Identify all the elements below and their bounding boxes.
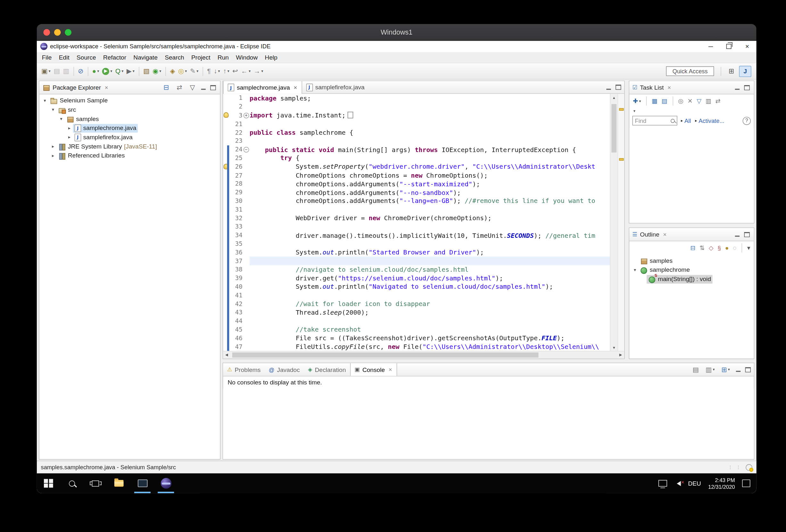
network-icon[interactable] (658, 480, 667, 487)
java-search-button[interactable]: ◎▾ (177, 66, 188, 77)
menu-help[interactable]: Help (261, 54, 281, 61)
save-button[interactable]: ▤ (52, 66, 62, 77)
categorized-presentation-button[interactable]: ▦ (650, 95, 659, 106)
code-line-24[interactable]: 24− public static void main(String[] arg… (223, 145, 610, 154)
view-tab-declaration[interactable]: ◈Declaration (304, 363, 350, 376)
code-line-43[interactable]: 43 Thread.sleep(2000); (223, 308, 610, 317)
scrollbar-thumb[interactable] (611, 104, 617, 152)
toolbar-overflow[interactable]: ▾ (629, 107, 754, 114)
code-line-21[interactable]: 21 (223, 120, 610, 128)
collapse-arrow-icon[interactable]: ▾ (41, 98, 48, 103)
menu-search[interactable]: Search (161, 54, 188, 61)
collapse-arrow-icon[interactable]: ▾ (57, 116, 65, 121)
skip-all-breakpoints-button[interactable]: ⊘ (76, 66, 85, 77)
expand-arrow-icon[interactable]: ▸ (50, 144, 57, 149)
code-line-1[interactable]: 1package samples; (223, 94, 610, 102)
eclipse-taskbar-button[interactable] (154, 474, 178, 493)
code-line-22[interactable]: 22public class samplechrome { (223, 128, 610, 137)
find-input[interactable]: Find (632, 116, 677, 125)
close-tab-icon[interactable]: ✕ (293, 85, 297, 90)
restore-window-button[interactable] (720, 41, 738, 52)
start-button[interactable] (37, 474, 60, 493)
view-tab-console[interactable]: ▣Console✕ (350, 363, 397, 376)
collapse-arrow-icon[interactable]: ▾ (50, 107, 57, 112)
minimize-view-button[interactable] (735, 232, 740, 237)
code-line-31[interactable]: 31 (223, 205, 610, 214)
new-java-project-button[interactable]: ▧ (142, 66, 151, 77)
collapse-arrow-icon[interactable]: ▾ (631, 267, 638, 272)
back-button[interactable]: ←▾ (239, 66, 252, 77)
scheduled-presentation-button[interactable]: ▤ (660, 95, 669, 106)
taskbar-clock[interactable]: 2:43 PM 12/31/2020 (708, 477, 735, 490)
mac-minimize-button[interactable] (54, 29, 61, 35)
expand-arrow-icon[interactable]: ▸ (50, 153, 57, 158)
deactivate-task-button[interactable]: ✕ (686, 95, 694, 106)
code-line-44[interactable]: 44 (223, 317, 610, 325)
focus-on-workweek-button[interactable]: ◎ (676, 95, 685, 106)
maximize-view-button[interactable] (210, 85, 216, 90)
code-line-41[interactable]: 41 (223, 291, 610, 299)
tree-item-main-string-void[interactable]: Smain(String[]) : void (629, 274, 754, 284)
menu-file[interactable]: File (39, 54, 55, 61)
tree-item-samplechrome[interactable]: ▾samplechrome (629, 265, 754, 275)
code-line-3[interactable]: 3+import java.time.Instant; (223, 111, 610, 120)
close-view-icon[interactable]: ✕ (663, 232, 667, 237)
view-tab-javadoc[interactable]: @Javadoc (264, 363, 304, 376)
coverage-button[interactable]: Q▾ (114, 66, 125, 77)
sash[interactable] (629, 223, 754, 227)
code-line-32[interactable]: 32 WebDriver driver = new ChromeDriver(c… (223, 214, 610, 222)
collapse-all-button[interactable]: ⊟ (162, 82, 170, 93)
sash[interactable] (625, 81, 629, 359)
code-line-26[interactable]: 26 System.setProperty("webdriver.chrome.… (223, 162, 610, 171)
previous-annotation-button[interactable]: ↑▾ (222, 66, 231, 77)
volume-muted-icon[interactable]: ✕ (674, 481, 681, 486)
expand-arrow-icon[interactable]: ▸ (66, 135, 73, 140)
tree-item-jre-system-library[interactable]: ▸JRE System Library [JavaSE-11] (39, 142, 220, 151)
code-line-36[interactable]: 36 System.out.println("Started Browser a… (223, 248, 610, 257)
new-task-button[interactable]: ✚▾ (631, 95, 643, 106)
find-link-all[interactable]: ▸All (681, 118, 691, 124)
menu-navigate[interactable]: Navigate (130, 54, 161, 61)
warning-marker-tick[interactable] (619, 158, 624, 161)
minimize-view-button[interactable] (201, 85, 206, 90)
menu-source[interactable]: Source (73, 54, 100, 61)
code-line-28[interactable]: 28 chromeOptions.addArguments("--start-m… (223, 179, 610, 188)
code-line-27[interactable]: 27 ChromeOptions chromeOptions = new Chr… (223, 171, 610, 179)
hide-local-types-button[interactable]: ◌ (731, 242, 738, 253)
hide-static-members-button[interactable]: § (716, 242, 722, 253)
close-window-button[interactable]: ✕ (738, 41, 756, 52)
code-line-2[interactable]: 2 (223, 102, 610, 111)
code-line-45[interactable]: 45 //take screenshot (223, 325, 610, 334)
hide-fields-button[interactable]: ◇ (707, 242, 715, 253)
menu-edit[interactable]: Edit (55, 54, 73, 61)
menu-run[interactable]: Run (214, 54, 232, 61)
fold-expanded-icon[interactable]: − (244, 147, 249, 152)
columns-button[interactable]: ▥ (704, 95, 713, 106)
forward-button[interactable]: →▾ (252, 66, 264, 77)
code-line-47[interactable]: 47 FileUtils.copyFile(src, new File("C:\… (223, 342, 610, 351)
maximize-view-button[interactable] (744, 85, 750, 90)
expand-arrow-icon[interactable]: ▸ (66, 125, 73, 130)
filter-button[interactable]: ▽ (695, 95, 703, 106)
find-link-activate[interactable]: ▸Activate... (695, 118, 724, 124)
new-java-class-button[interactable]: ◉▾ (151, 66, 163, 77)
terminal-button[interactable] (131, 474, 154, 493)
scroll-down-icon[interactable]: ▼ (610, 344, 618, 351)
mac-zoom-button[interactable] (65, 29, 71, 35)
scrollbar-thumb[interactable] (232, 353, 538, 358)
open-console-button[interactable]: ⊞▾ (720, 364, 731, 375)
help-icon[interactable]: ? (743, 117, 751, 124)
link-with-editor-button[interactable]: ⇄ (175, 82, 184, 93)
code-line-25[interactable]: 25 try { (223, 154, 610, 163)
maximize-editor-button[interactable] (616, 85, 621, 90)
fold-collapsed-icon[interactable]: + (244, 113, 249, 118)
run-external-tools-button[interactable]: ▶▾ (125, 66, 136, 77)
tree-item-src[interactable]: ▾src (39, 105, 220, 114)
editor-tab-samplechrome-java[interactable]: Jsamplechrome.java✕ (223, 81, 302, 94)
code-line-35[interactable]: 35 (223, 239, 610, 248)
tree-item-referenced-libraries[interactable]: ▸Referenced Libraries (39, 151, 220, 160)
task-view-button[interactable] (84, 474, 107, 493)
code-line-30[interactable]: 30 chromeOptions.addArguments("--lang=en… (223, 196, 610, 205)
save-all-button[interactable]: ▥ (62, 66, 71, 77)
overview-ruler[interactable] (618, 94, 624, 351)
